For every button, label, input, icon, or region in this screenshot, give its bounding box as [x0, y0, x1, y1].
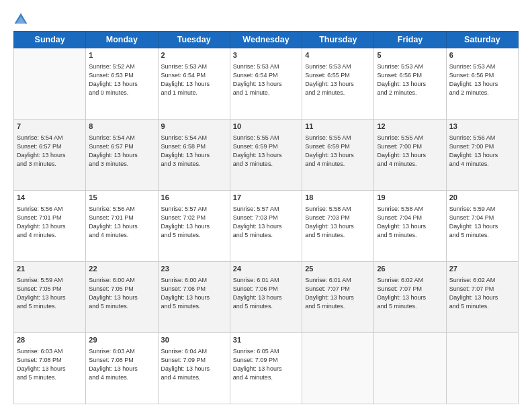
day-number: 24	[233, 264, 299, 275]
day-number: 12	[377, 122, 443, 132]
day-number: 16	[161, 193, 227, 203]
day-info: Sunrise: 6:02 AMSunset: 7:07 PMDaylight:…	[377, 276, 443, 311]
day-info: Sunrise: 5:52 AMSunset: 6:53 PMDaylight:…	[89, 62, 154, 97]
day-info: Sunrise: 6:00 AMSunset: 7:05 PMDaylight:…	[89, 276, 154, 311]
day-info: Sunrise: 5:53 AMSunset: 6:55 PMDaylight:…	[305, 62, 371, 97]
day-info: Sunrise: 6:03 AMSunset: 7:08 PMDaylight:…	[89, 347, 154, 382]
day-number: 30	[161, 335, 227, 346]
header-wednesday: Wednesday	[230, 32, 302, 48]
day-info: Sunrise: 5:55 AMSunset: 6:59 PMDaylight:…	[233, 134, 299, 169]
day-info: Sunrise: 6:04 AMSunset: 7:09 PMDaylight:…	[161, 347, 227, 382]
day-number: 10	[233, 122, 299, 132]
header-sunday: Sunday	[14, 32, 86, 48]
day-info: Sunrise: 5:54 AMSunset: 6:57 PMDaylight:…	[89, 134, 154, 169]
day-info: Sunrise: 5:59 AMSunset: 7:04 PMDaylight:…	[449, 205, 515, 240]
day-info: Sunrise: 6:01 AMSunset: 7:07 PMDaylight:…	[305, 276, 371, 311]
header-monday: Monday	[86, 32, 158, 48]
day-number: 28	[17, 335, 83, 346]
calendar: SundayMondayTuesdayWednesdayThursdayFrid…	[13, 31, 519, 404]
day-number: 5	[377, 50, 443, 61]
header-tuesday: Tuesday	[158, 32, 230, 48]
day-info: Sunrise: 6:05 AMSunset: 7:09 PMDaylight:…	[233, 347, 299, 382]
logo	[13, 12, 30, 27]
calendar-cell: 18Sunrise: 5:58 AMSunset: 7:03 PMDayligh…	[302, 191, 374, 262]
day-info: Sunrise: 5:54 AMSunset: 6:58 PMDaylight:…	[161, 134, 227, 169]
day-number: 14	[17, 193, 83, 203]
day-number: 7	[17, 122, 83, 132]
day-number: 18	[305, 193, 371, 203]
calendar-cell: 19Sunrise: 5:58 AMSunset: 7:04 PMDayligh…	[374, 191, 446, 262]
calendar-cell	[302, 333, 374, 404]
day-info: Sunrise: 5:56 AMSunset: 7:00 PMDaylight:…	[449, 134, 515, 169]
calendar-week-2: 7Sunrise: 5:54 AMSunset: 6:57 PMDaylight…	[14, 120, 519, 191]
day-number: 6	[449, 50, 515, 61]
day-info: Sunrise: 5:55 AMSunset: 7:00 PMDaylight:…	[377, 134, 443, 169]
header-thursday: Thursday	[302, 32, 374, 48]
day-number: 9	[161, 122, 227, 132]
calendar-week-3: 14Sunrise: 5:56 AMSunset: 7:01 PMDayligh…	[14, 191, 519, 262]
calendar-cell: 10Sunrise: 5:55 AMSunset: 6:59 PMDayligh…	[230, 120, 302, 191]
calendar-week-5: 28Sunrise: 6:03 AMSunset: 7:08 PMDayligh…	[14, 333, 519, 404]
calendar-cell: 13Sunrise: 5:56 AMSunset: 7:00 PMDayligh…	[446, 120, 518, 191]
day-number: 29	[89, 335, 154, 346]
page: SundayMondayTuesdayWednesdayThursdayFrid…	[0, 0, 532, 411]
calendar-cell: 17Sunrise: 5:57 AMSunset: 7:03 PMDayligh…	[230, 191, 302, 262]
day-number: 17	[233, 193, 299, 203]
calendar-cell: 6Sunrise: 5:53 AMSunset: 6:56 PMDaylight…	[446, 48, 518, 120]
day-info: Sunrise: 5:56 AMSunset: 7:01 PMDaylight:…	[17, 205, 83, 240]
calendar-cell: 7Sunrise: 5:54 AMSunset: 6:57 PMDaylight…	[14, 120, 86, 191]
day-info: Sunrise: 5:53 AMSunset: 6:56 PMDaylight:…	[449, 62, 515, 97]
calendar-cell: 16Sunrise: 5:57 AMSunset: 7:02 PMDayligh…	[158, 191, 230, 262]
day-number: 31	[233, 335, 299, 346]
calendar-week-1: 1Sunrise: 5:52 AMSunset: 6:53 PMDaylight…	[14, 48, 519, 120]
day-number: 3	[233, 50, 299, 61]
day-number: 26	[377, 264, 443, 275]
calendar-cell: 5Sunrise: 5:53 AMSunset: 6:56 PMDaylight…	[374, 48, 446, 120]
calendar-cell	[374, 333, 446, 404]
calendar-cell	[14, 48, 86, 120]
calendar-cell: 29Sunrise: 6:03 AMSunset: 7:08 PMDayligh…	[86, 333, 158, 404]
calendar-cell: 27Sunrise: 6:02 AMSunset: 7:07 PMDayligh…	[446, 262, 518, 333]
calendar-cell: 24Sunrise: 6:01 AMSunset: 7:06 PMDayligh…	[230, 262, 302, 333]
day-info: Sunrise: 5:55 AMSunset: 6:59 PMDaylight:…	[305, 134, 371, 169]
calendar-cell: 4Sunrise: 5:53 AMSunset: 6:55 PMDaylight…	[302, 48, 374, 120]
day-number: 21	[17, 264, 83, 275]
day-number: 20	[449, 193, 515, 203]
day-info: Sunrise: 5:53 AMSunset: 6:54 PMDaylight:…	[161, 62, 227, 97]
header-saturday: Saturday	[446, 32, 518, 48]
day-info: Sunrise: 6:03 AMSunset: 7:08 PMDaylight:…	[17, 347, 83, 382]
calendar-cell: 2Sunrise: 5:53 AMSunset: 6:54 PMDaylight…	[158, 48, 230, 120]
day-number: 19	[377, 193, 443, 203]
day-info: Sunrise: 5:54 AMSunset: 6:57 PMDaylight:…	[17, 134, 83, 169]
day-number: 22	[89, 264, 154, 275]
day-number: 25	[305, 264, 371, 275]
day-number: 8	[89, 122, 154, 132]
calendar-cell: 21Sunrise: 5:59 AMSunset: 7:05 PMDayligh…	[14, 262, 86, 333]
calendar-cell: 15Sunrise: 5:56 AMSunset: 7:01 PMDayligh…	[86, 191, 158, 262]
day-info: Sunrise: 6:01 AMSunset: 7:06 PMDaylight:…	[233, 276, 299, 311]
header	[13, 12, 519, 27]
calendar-cell: 1Sunrise: 5:52 AMSunset: 6:53 PMDaylight…	[86, 48, 158, 120]
calendar-cell: 14Sunrise: 5:56 AMSunset: 7:01 PMDayligh…	[14, 191, 86, 262]
calendar-cell: 30Sunrise: 6:04 AMSunset: 7:09 PMDayligh…	[158, 333, 230, 404]
calendar-cell: 20Sunrise: 5:59 AMSunset: 7:04 PMDayligh…	[446, 191, 518, 262]
calendar-cell: 23Sunrise: 6:00 AMSunset: 7:06 PMDayligh…	[158, 262, 230, 333]
calendar-cell: 26Sunrise: 6:02 AMSunset: 7:07 PMDayligh…	[374, 262, 446, 333]
day-number: 2	[161, 50, 227, 61]
calendar-cell: 28Sunrise: 6:03 AMSunset: 7:08 PMDayligh…	[14, 333, 86, 404]
day-number: 11	[305, 122, 371, 132]
calendar-header-row: SundayMondayTuesdayWednesdayThursdayFrid…	[14, 32, 519, 48]
calendar-week-4: 21Sunrise: 5:59 AMSunset: 7:05 PMDayligh…	[14, 262, 519, 333]
day-info: Sunrise: 5:58 AMSunset: 7:03 PMDaylight:…	[305, 205, 371, 240]
calendar-cell: 9Sunrise: 5:54 AMSunset: 6:58 PMDaylight…	[158, 120, 230, 191]
logo-icon	[13, 12, 28, 27]
day-number: 23	[161, 264, 227, 275]
calendar-cell: 11Sunrise: 5:55 AMSunset: 6:59 PMDayligh…	[302, 120, 374, 191]
day-number: 15	[89, 193, 154, 203]
day-info: Sunrise: 5:57 AMSunset: 7:02 PMDaylight:…	[161, 205, 227, 240]
calendar-cell: 31Sunrise: 6:05 AMSunset: 7:09 PMDayligh…	[230, 333, 302, 404]
calendar-cell: 3Sunrise: 5:53 AMSunset: 6:54 PMDaylight…	[230, 48, 302, 120]
day-info: Sunrise: 5:53 AMSunset: 6:54 PMDaylight:…	[233, 62, 299, 97]
day-info: Sunrise: 5:56 AMSunset: 7:01 PMDaylight:…	[89, 205, 154, 240]
day-info: Sunrise: 6:00 AMSunset: 7:06 PMDaylight:…	[161, 276, 227, 311]
